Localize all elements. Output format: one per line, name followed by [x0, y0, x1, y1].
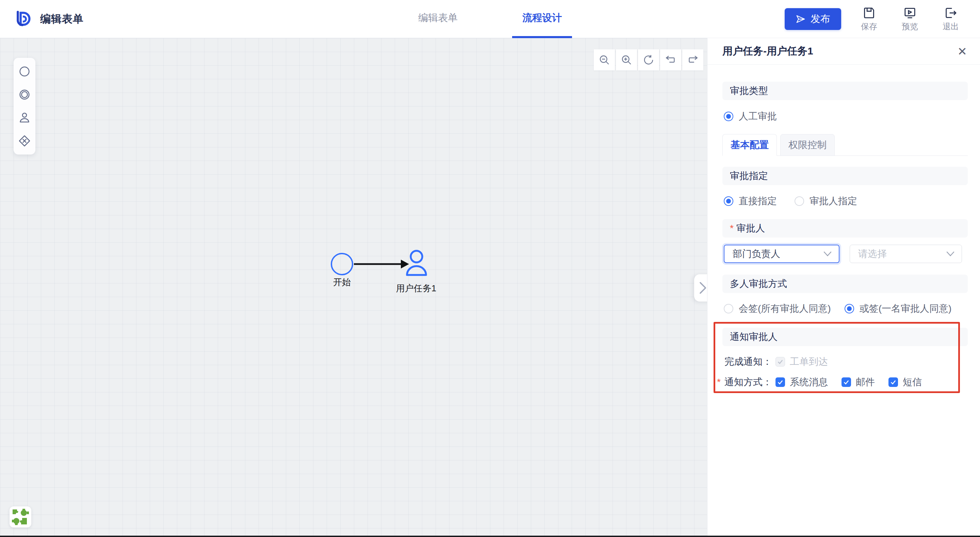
- paper-plane-icon: [795, 14, 806, 24]
- approver-target-select-placeholder: 请选择: [858, 247, 946, 260]
- radio-orsign-label: 或签(一名审批人同意): [859, 302, 952, 315]
- radio-countersign-label: 会签(所有审批人同意): [739, 302, 831, 315]
- radio-orsign[interactable]: 或签(一名审批人同意): [845, 302, 952, 315]
- gears-icon: [12, 509, 29, 525]
- radio-direct-assign[interactable]: 直接指定: [724, 194, 777, 207]
- section-approver-label: 审批人: [737, 222, 765, 235]
- window-bottom-edge: [0, 535, 980, 537]
- end-event-icon: [18, 88, 31, 101]
- section-multi-mode: 多人审批方式: [722, 275, 968, 293]
- chevron-down-icon: [823, 251, 832, 257]
- user-task-icon: [18, 111, 31, 124]
- section-assign-label: 审批指定: [730, 169, 768, 182]
- reset-view-button[interactable]: [638, 49, 659, 70]
- radio-countersign[interactable]: 会签(所有审批人同意): [724, 302, 831, 315]
- save-label: 保存: [861, 21, 877, 32]
- notify-method-label: 通知方式：: [724, 376, 775, 389]
- assign-options: 直接指定 审批人指定: [724, 194, 980, 209]
- gateway-icon: [18, 134, 31, 148]
- check-icon: [777, 379, 784, 386]
- redo-icon: [687, 54, 699, 66]
- radio-approver-assign[interactable]: 审批人指定: [795, 194, 857, 207]
- node-start-event[interactable]: [331, 253, 353, 275]
- section-notify: 通知审批人: [722, 328, 968, 346]
- palette-user-task[interactable]: [17, 110, 32, 125]
- save-button[interactable]: 保存: [856, 6, 882, 32]
- section-approval-type: 审批类型: [722, 82, 968, 100]
- checkbox-email[interactable]: 邮件: [842, 376, 875, 389]
- redo-button[interactable]: [682, 49, 703, 70]
- preview-label: 预览: [902, 21, 918, 32]
- zoom-in-button[interactable]: [616, 49, 637, 70]
- checkbox-workorder-arrived-label: 工单到达: [790, 355, 828, 368]
- check-icon: [843, 379, 850, 386]
- exit-button[interactable]: 退出: [938, 6, 964, 32]
- check-icon: [890, 379, 897, 386]
- checkbox-system-message[interactable]: 系统消息: [775, 376, 828, 389]
- section-multi-mode-label: 多人审批方式: [730, 277, 787, 290]
- publish-label: 发布: [811, 12, 830, 26]
- undo-button[interactable]: [660, 49, 681, 70]
- header-left: 编辑表单: [15, 11, 84, 27]
- approver-selects: 部门负责人 请选择: [724, 245, 980, 263]
- sequence-flow-arrow[interactable]: [354, 258, 409, 270]
- zoom-in-icon: [620, 54, 633, 66]
- checkbox-email-control[interactable]: [842, 378, 851, 387]
- chevron-down-icon: [946, 251, 955, 257]
- checkbox-sms-label: 短信: [903, 376, 922, 389]
- tab-basic-config[interactable]: 基本配置: [722, 134, 777, 156]
- checkbox-system-message-control[interactable]: [775, 378, 785, 387]
- undo-icon: [665, 54, 677, 66]
- section-notify-label: 通知审批人: [730, 330, 778, 343]
- approver-target-select[interactable]: 请选择: [850, 245, 962, 263]
- zoom-out-button[interactable]: [594, 49, 615, 70]
- page-title: 编辑表单: [40, 12, 84, 26]
- palette-start-event[interactable]: [17, 64, 32, 79]
- node-start-label: 开始: [321, 276, 363, 288]
- publish-button[interactable]: 发布: [785, 8, 841, 30]
- app-root: 编辑表单 编辑表单 流程设计 发布 保存: [0, 0, 980, 537]
- close-icon[interactable]: ✕: [958, 46, 967, 57]
- chevron-right-icon: [697, 281, 708, 295]
- radio-direct-assign-label: 直接指定: [739, 194, 777, 207]
- tab-edit-form[interactable]: 编辑表单: [408, 0, 468, 38]
- palette-gateway[interactable]: [17, 134, 32, 148]
- radio-direct-assign-control[interactable]: [724, 196, 733, 206]
- radio-manual-approval-control[interactable]: [724, 112, 733, 121]
- header-actions: 发布 保存 预览: [785, 6, 964, 32]
- tab-process-design[interactable]: 流程设计: [512, 0, 572, 38]
- radio-countersign-control[interactable]: [724, 304, 733, 314]
- brand-logo-icon: [15, 11, 31, 27]
- canvas-toolbar: [594, 49, 703, 70]
- radio-manual-approval[interactable]: 人工审批: [724, 110, 777, 123]
- approver-type-select-value: 部门负责人: [733, 247, 823, 260]
- node-user-task-label: 用户任务1: [389, 282, 443, 294]
- config-tabs: 基本配置 权限控制: [722, 134, 968, 156]
- flow-canvas[interactable]: 开始 用户任务1: [0, 38, 707, 537]
- tab-permission-control[interactable]: 权限控制: [780, 134, 835, 156]
- preview-button[interactable]: 预览: [897, 6, 923, 32]
- exit-label: 退出: [943, 21, 959, 32]
- checkbox-system-message-label: 系统消息: [790, 376, 828, 389]
- panel-title: 用户任务-用户任务1: [722, 44, 813, 58]
- start-event-icon: [18, 65, 31, 78]
- preview-icon: [903, 6, 917, 20]
- gears-badge[interactable]: [10, 507, 31, 527]
- exit-icon: [944, 6, 958, 20]
- approver-type-select[interactable]: 部门负责人: [724, 245, 840, 263]
- checkbox-email-label: 邮件: [856, 376, 875, 389]
- node-user-task[interactable]: [405, 249, 428, 276]
- radio-approver-assign-label: 审批人指定: [810, 194, 857, 207]
- complete-notify-label: 完成通知：: [724, 355, 775, 368]
- checkbox-sms-control[interactable]: [888, 378, 898, 387]
- zoom-out-icon: [598, 54, 611, 66]
- palette-end-event[interactable]: [17, 87, 32, 102]
- save-icon: [862, 6, 876, 20]
- radio-orsign-control[interactable]: [845, 304, 854, 314]
- section-assign: 审批指定: [722, 167, 968, 185]
- checkbox-sms[interactable]: 短信: [888, 376, 922, 389]
- radio-approver-assign-control[interactable]: [795, 196, 804, 206]
- radio-manual-approval-label: 人工审批: [739, 110, 777, 123]
- section-approval-type-label: 审批类型: [730, 84, 768, 97]
- checkbox-workorder-arrived[interactable]: 工单到达: [775, 355, 828, 368]
